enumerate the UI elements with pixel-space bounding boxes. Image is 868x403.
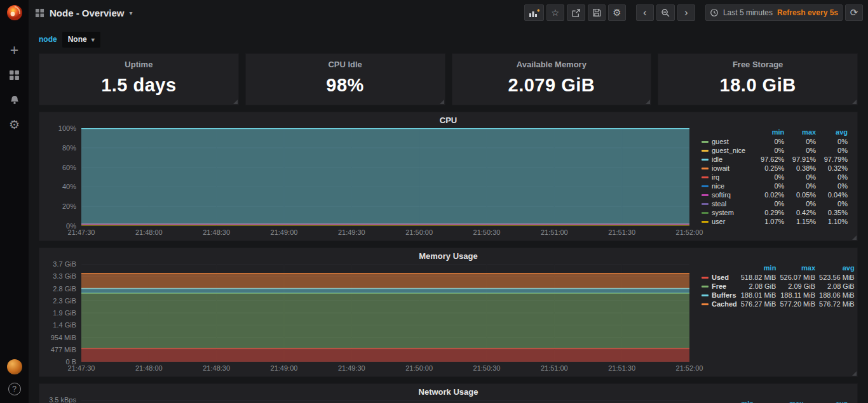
panel-title[interactable]: CPU <box>44 116 852 128</box>
add-panel-button[interactable] <box>524 4 544 21</box>
legend-max-col: max <box>756 400 805 403</box>
series-name: Used <box>712 274 729 281</box>
legend-row: Free 2.08 GiB 2.09 GiB 2.08 GiB <box>700 282 857 291</box>
legend-series-toggle[interactable]: softirq <box>702 191 753 199</box>
legend-series-toggle[interactable]: guest_nice <box>702 147 753 154</box>
sidebar-bottom: ? <box>7 359 22 403</box>
cpu-plot: 100%80%60%40%20%0% 21:47:3021:48:0021:48… <box>44 128 689 238</box>
panel-title[interactable]: Network Usage <box>44 387 852 400</box>
legend-series-toggle[interactable]: Cached <box>702 300 737 308</box>
stat-title: Available Memory <box>517 60 587 69</box>
sidebar-nav: + ⚙ <box>8 43 22 131</box>
series-avg: 523.56 MiB <box>817 273 857 282</box>
stat-panel[interactable]: Available Memory 2.079 GiB <box>452 53 652 105</box>
legend-series-toggle[interactable]: steal <box>702 200 753 208</box>
y-axis: 3.7 GiB3.3 GiB2.8 GiB2.3 GiB1.9 GiB1.4 G… <box>44 264 81 362</box>
series-avg: 0% <box>818 137 850 146</box>
memory-graph-body: 3.7 GiB3.3 GiB2.8 GiB2.3 GiB1.9 GiB1.4 G… <box>44 264 852 374</box>
legend-series-toggle[interactable]: guest <box>702 138 753 145</box>
network-graph-body: 3.5 kBps min max avg <box>44 400 852 403</box>
series-color-swatch <box>702 286 709 287</box>
legend-avg-col: avg <box>817 264 857 273</box>
legend-row: nice 0% 0% 0% <box>700 182 850 190</box>
cpu-chart[interactable] <box>81 128 689 226</box>
series-avg: 188.06 MiB <box>817 291 857 300</box>
legend-series-toggle[interactable]: Used <box>702 274 737 281</box>
legend-avg-col: avg <box>805 400 850 403</box>
legend-series-toggle[interactable]: system <box>702 209 753 216</box>
legend-series-toggle[interactable]: Buffers <box>702 291 737 299</box>
series-min: 0% <box>755 173 787 182</box>
series-avg: 0% <box>818 199 850 208</box>
series-min: 97.62% <box>755 155 787 164</box>
dashboard-grid-icon <box>35 8 44 18</box>
series-name: guest <box>712 138 729 145</box>
series-min: 188.01 MiB <box>739 291 778 300</box>
series-max: 188.11 MiB <box>778 291 817 300</box>
share-button[interactable] <box>567 4 585 21</box>
legend-series-toggle[interactable]: iowait <box>702 164 753 172</box>
series-max: 526.07 MiB <box>778 273 817 282</box>
series-min: 0.29% <box>755 208 787 217</box>
time-forward-button[interactable]: › <box>677 4 695 21</box>
legend-series-toggle[interactable]: nice <box>702 182 753 190</box>
series-color-swatch <box>702 221 709 223</box>
stat-value: 18.0 GiB <box>720 75 796 96</box>
legend-row: Used 518.82 MiB 526.07 MiB 523.56 MiB <box>700 273 857 282</box>
help-icon[interactable]: ? <box>8 383 21 395</box>
configuration-gear-icon[interactable]: ⚙ <box>8 117 22 131</box>
panel-title[interactable]: Memory Usage <box>44 251 852 264</box>
series-avg: 0.32% <box>818 164 850 173</box>
stat-panel[interactable]: Uptime 1.5 days <box>39 53 239 105</box>
series-name: Buffers <box>712 291 736 299</box>
series-min: 518.82 MiB <box>739 273 778 282</box>
y-axis: 3.5 kBps <box>44 400 81 403</box>
variable-node-select[interactable]: None ▾ <box>62 32 100 48</box>
network-legend: min max avg <box>689 400 852 403</box>
series-color-swatch <box>702 176 709 178</box>
series-name: Free <box>712 282 726 290</box>
legend-series-toggle[interactable]: Free <box>702 282 737 290</box>
legend-series-toggle[interactable]: idle <box>702 155 753 163</box>
memory-legend: min max avg Used <box>689 264 852 374</box>
dashboard-title[interactable]: Node - Overview <box>50 8 125 18</box>
series-max: 0.42% <box>786 208 818 217</box>
series-avg: 97.79% <box>818 155 850 164</box>
series-max: 1.15% <box>786 217 818 226</box>
user-avatar[interactable] <box>7 359 22 374</box>
legend-row: guest 0% 0% 0% <box>700 137 850 146</box>
create-icon[interactable]: + <box>8 43 22 57</box>
legend-series-toggle[interactable]: irq <box>702 173 753 181</box>
grafana-logo[interactable] <box>0 0 29 25</box>
network-plot: 3.5 kBps <box>44 400 689 403</box>
time-picker-button[interactable]: Last 5 minutes Refresh every 5s <box>705 4 843 21</box>
save-button[interactable] <box>588 4 606 21</box>
star-button[interactable]: ☆ <box>546 4 564 21</box>
chevron-down-icon: ▾ <box>92 36 95 43</box>
series-min: 0% <box>755 137 787 146</box>
legend-series-toggle[interactable]: user <box>702 218 753 225</box>
chevron-down-icon[interactable]: ▾ <box>130 10 133 17</box>
dashboards-icon[interactable] <box>8 68 22 82</box>
series-name: iowait <box>712 164 729 172</box>
time-back-button[interactable]: ‹ <box>636 4 654 21</box>
series-color-swatch <box>702 150 709 152</box>
stat-panel[interactable]: Free Storage 18.0 GiB <box>658 53 858 105</box>
series-name: system <box>712 209 734 216</box>
legend-row: steal 0% 0% 0% <box>700 199 850 208</box>
stat-panel[interactable]: CPU Idle 98% <box>245 53 445 105</box>
series-max: 0.05% <box>786 190 818 199</box>
grafana-logo-icon <box>6 4 24 22</box>
legend-row: iowait 0.25% 0.38% 0.32% <box>700 164 850 173</box>
series-name: idle <box>712 155 722 163</box>
zoom-out-button[interactable] <box>656 4 675 21</box>
refresh-button[interactable]: ⟳ <box>845 4 863 21</box>
alerting-bell-icon[interactable] <box>8 93 22 107</box>
series-max: 0% <box>786 199 818 208</box>
network-chart[interactable] <box>81 400 689 403</box>
legend-row: system 0.29% 0.42% 0.35% <box>700 208 850 217</box>
grafana-app: + ⚙ ? <box>0 0 868 403</box>
memory-chart[interactable] <box>81 264 689 362</box>
settings-gear-button[interactable]: ⚙ <box>608 4 626 21</box>
series-max: 2.09 GiB <box>778 282 817 291</box>
